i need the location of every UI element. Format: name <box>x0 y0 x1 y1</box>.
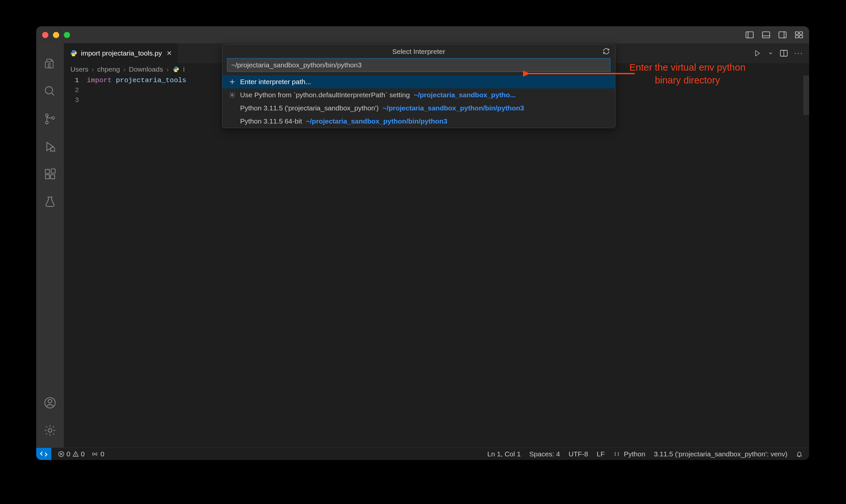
blank-icon <box>228 104 236 112</box>
quickpick-item-label: Enter interpreter path... <box>240 78 311 86</box>
quickpick-item-label: Python 3.11.5 64-bit <box>240 117 302 125</box>
quickpick-item-path: ~/projectaria_sandbox_pytho... <box>414 91 516 99</box>
line-number: 3 <box>64 95 79 105</box>
plus-icon <box>228 78 236 86</box>
svg-line-12 <box>52 93 54 96</box>
vscode-window: import projectaria_tools.py ✕ <box>36 26 809 460</box>
extensions-icon[interactable] <box>36 160 64 188</box>
svg-rect-23 <box>51 175 55 179</box>
line-number: 1 <box>64 76 79 86</box>
run-dropdown-icon[interactable] <box>768 51 773 56</box>
breadcrumb-seg[interactable]: Users <box>70 66 88 73</box>
svg-rect-2 <box>762 32 770 38</box>
svg-rect-4 <box>779 32 786 38</box>
settings-gear-icon[interactable] <box>36 417 64 444</box>
language-mode[interactable]: Python <box>614 450 645 458</box>
svg-rect-8 <box>795 35 798 38</box>
annotation-text: Enter the virtual env python binary dire… <box>602 61 773 87</box>
venv-interpreter-item[interactable]: Python 3.11.5 ('projectaria_sandbox_pyth… <box>222 102 615 115</box>
svg-rect-21 <box>46 169 50 174</box>
split-editor-icon[interactable] <box>780 50 788 57</box>
problems-indicator[interactable]: 0 0 <box>58 450 85 458</box>
minimap-slider[interactable] <box>803 76 809 115</box>
eol-status[interactable]: LF <box>597 450 605 458</box>
tab-filename: import projectaria_tools.py <box>81 49 162 57</box>
svg-point-28 <box>48 428 52 432</box>
window-controls <box>42 32 70 38</box>
svg-line-20 <box>54 151 55 152</box>
activity-bar <box>36 43 64 448</box>
svg-marker-31 <box>756 51 759 56</box>
toggle-right-panel-icon[interactable] <box>778 31 787 38</box>
breadcrumb-seg[interactable]: i <box>183 66 185 73</box>
svg-rect-0 <box>746 32 753 38</box>
annotation-line: binary directory <box>602 74 773 87</box>
line-number-gutter: 1 2 3 <box>64 76 87 448</box>
remote-indicator[interactable] <box>36 448 51 460</box>
minimap[interactable] <box>803 76 809 448</box>
close-tab-icon[interactable]: ✕ <box>165 49 172 57</box>
python-interpreter-status[interactable]: 3.11.5 ('projectaria_sandbox_python': ve… <box>654 450 788 458</box>
chevron-right-icon: › <box>167 66 169 73</box>
more-actions-icon[interactable]: ··· <box>794 49 803 57</box>
quickpick-item-label: Use Python from `python.defaultInterpret… <box>240 91 410 99</box>
default-interpreter-path-item[interactable]: Use Python from `python.defaultInterpret… <box>222 88 615 102</box>
quickpick-item-path: ~/projectaria_sandbox_python/bin/python3 <box>382 104 524 112</box>
toggle-bottom-panel-icon[interactable] <box>762 31 770 38</box>
language-label: Python <box>624 450 645 458</box>
quickpick-item-label: Python 3.11.5 ('projectaria_sandbox_pyth… <box>240 104 379 112</box>
indentation-status[interactable]: Spaces: 4 <box>529 450 560 458</box>
run-file-icon[interactable] <box>754 49 761 57</box>
error-count: 0 <box>66 450 70 458</box>
svg-rect-9 <box>800 35 802 38</box>
svg-marker-16 <box>47 142 53 150</box>
svg-line-19 <box>50 151 51 152</box>
svg-rect-22 <box>46 175 50 179</box>
cursor-position[interactable]: Ln 1, Col 1 <box>487 450 521 458</box>
svg-rect-24 <box>51 169 55 173</box>
editor-tab[interactable]: import projectaria_tools.py ✕ <box>64 43 178 63</box>
accounts-icon[interactable] <box>36 389 64 417</box>
quickpick-list: Enter interpreter path... Use Python fro… <box>222 75 615 128</box>
source-control-icon[interactable] <box>36 105 64 133</box>
encoding-status[interactable]: UTF-8 <box>568 450 588 458</box>
refresh-icon[interactable] <box>603 48 610 55</box>
run-debug-icon[interactable] <box>36 133 64 160</box>
code-content[interactable]: import projectaria_tools <box>87 76 803 448</box>
minimize-window-button[interactable] <box>53 32 59 38</box>
warning-count: 0 <box>81 450 85 458</box>
svg-rect-6 <box>795 32 798 35</box>
svg-point-17 <box>51 147 55 151</box>
identifier: projectaria_tools <box>112 76 187 84</box>
keyword: import <box>87 76 112 84</box>
system-interpreter-item[interactable]: Python 3.11.5 64-bit ~/projectaria_sandb… <box>222 115 615 128</box>
breadcrumb-seg[interactable]: chpeng <box>97 66 120 73</box>
toggle-left-panel-icon[interactable] <box>745 31 754 38</box>
customize-layout-icon[interactable] <box>795 31 803 38</box>
editor-actions: ··· <box>754 43 803 63</box>
python-file-icon <box>172 66 180 73</box>
ports-indicator[interactable]: 0 <box>91 450 104 458</box>
notifications-icon[interactable] <box>796 451 802 457</box>
svg-point-39 <box>75 455 76 456</box>
svg-point-30 <box>74 55 75 56</box>
annotation-line: Enter the virtual env python <box>602 61 773 74</box>
titlebar <box>36 26 809 43</box>
testing-icon[interactable] <box>36 188 64 216</box>
svg-rect-7 <box>800 32 802 35</box>
quickpick-item-path: ~/projectaria_sandbox_python/bin/python3 <box>306 117 447 125</box>
svg-point-14 <box>46 121 48 124</box>
explorer-icon[interactable] <box>36 50 64 77</box>
line-number: 2 <box>64 86 79 95</box>
breadcrumb-seg[interactable]: Downloads <box>129 66 163 73</box>
search-icon[interactable] <box>36 77 64 105</box>
statusbar: 0 0 0 Ln 1, Col 1 Spaces: 4 UTF-8 LF Pyt… <box>36 448 809 460</box>
svg-point-15 <box>52 116 55 119</box>
close-window-button[interactable] <box>42 32 48 38</box>
text-editor[interactable]: 1 2 3 import projectaria_tools <box>64 76 809 448</box>
maximize-window-button[interactable] <box>64 32 70 38</box>
svg-point-11 <box>46 87 53 94</box>
svg-rect-10 <box>46 62 50 68</box>
svg-point-27 <box>48 399 52 403</box>
svg-point-40 <box>94 453 96 455</box>
